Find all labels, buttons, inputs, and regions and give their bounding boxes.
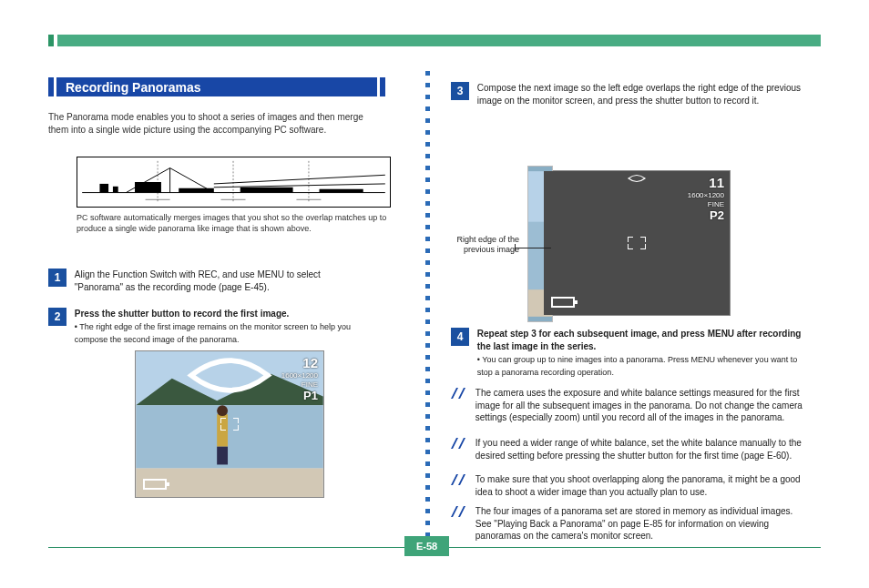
note-1: The camera uses the exposure and white b…: [451, 387, 820, 424]
page-header-bar: [48, 35, 821, 46]
quality-label: FINE: [688, 200, 724, 209]
note-icon: [451, 473, 467, 488]
step-subnote: You can group up to nine images into a p…: [477, 355, 797, 377]
preview-overlay: 12 1600×1200 FINE P1: [281, 355, 318, 403]
section-title: Recording Panoramas: [56, 77, 377, 96]
callout-leader-line: [515, 248, 551, 248]
step-number: 4: [451, 328, 469, 346]
step-2: 2 Press the shutter button to record the…: [48, 308, 385, 346]
note-text: If you need a wider range of white balan…: [470, 437, 805, 461]
page-number: E-58: [404, 536, 449, 556]
panorama-mode-icon: [183, 354, 277, 397]
camera-preview-p2: 11 1600×1200 FINE P2: [543, 170, 731, 316]
svg-rect-5: [240, 188, 293, 193]
section-intro: The Panorama mode enables you to shoot a…: [48, 111, 385, 137]
note-text: The four images of a panorama set are st…: [470, 505, 805, 542]
panorama-index: P2: [688, 208, 724, 223]
svg-point-23: [217, 405, 228, 416]
step-text: Compose the next image so the left edge …: [477, 82, 805, 107]
resolution-label: 1600×1200: [688, 191, 724, 200]
note-text: The camera uses the exposure and white b…: [470, 387, 805, 424]
note-icon: [451, 387, 467, 401]
svg-line-11: [214, 184, 385, 188]
note-3: To make sure that you shoot overlapping …: [451, 473, 820, 498]
step-1: 1 Align the Function Switch with REC, an…: [48, 269, 385, 294]
note-4: The four images of a panorama set are st…: [451, 505, 820, 542]
svg-rect-24: [217, 447, 228, 465]
svg-rect-2: [113, 187, 118, 193]
callout-label: Right edge of the previous image: [455, 235, 519, 255]
step-text: Repeat step 3 for each subsequent image,…: [477, 329, 802, 351]
panorama-mode-icon: [627, 174, 647, 185]
shots-remaining: 11: [688, 175, 724, 191]
svg-rect-6: [320, 189, 363, 193]
panorama-index: P1: [281, 389, 318, 403]
step-4: 4 Repeat step 3 for each subsequent imag…: [451, 328, 820, 379]
preview-overlay: 11 1600×1200 FINE P2: [688, 175, 724, 223]
svg-rect-1: [99, 184, 108, 193]
note-2: If you need a wider range of white balan…: [451, 437, 820, 461]
step-3: 3 Compose the next image so the left edg…: [451, 82, 820, 107]
battery-icon: [551, 297, 575, 308]
svg-rect-20: [136, 405, 322, 468]
svg-line-10: [214, 175, 385, 184]
step-text: Align the Function Switch with REC, and …: [75, 269, 366, 294]
note-icon: [451, 437, 467, 451]
section-header: Recording Panoramas: [48, 77, 385, 96]
quality-label: FINE: [281, 380, 318, 390]
step-number: 1: [48, 269, 66, 287]
step-number: 3: [451, 82, 469, 100]
note-icon: [451, 505, 467, 520]
step-subnote: The right edge of the first image remain…: [75, 322, 351, 344]
panorama-caption: PC software automatically merges images …: [77, 213, 391, 234]
shots-remaining: 12: [281, 355, 318, 371]
step-number: 2: [48, 308, 66, 326]
step-text: Press the shutter button to record the f…: [75, 309, 290, 319]
panorama-illustration: [77, 157, 391, 208]
svg-rect-4: [179, 188, 214, 193]
note-text: To make sure that you shoot overlapping …: [470, 473, 805, 498]
camera-preview-p1: 12 1600×1200 FINE P1: [135, 350, 324, 498]
focus-mark-icon: [220, 418, 239, 431]
focus-mark-icon: [628, 237, 646, 249]
resolution-label: 1600×1200: [281, 371, 318, 380]
svg-rect-3: [135, 182, 161, 193]
battery-icon: [143, 479, 167, 490]
